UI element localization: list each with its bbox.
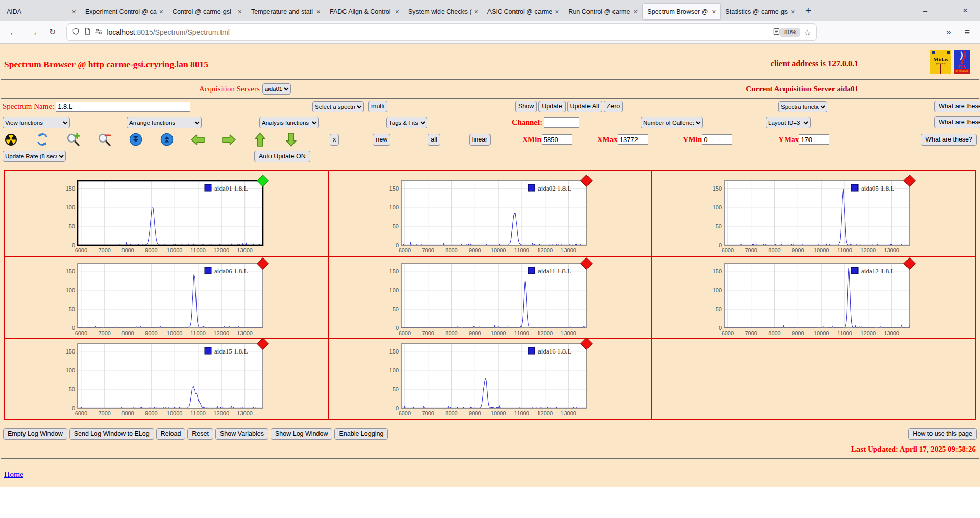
close-icon[interactable]: × [963, 6, 968, 15]
scroll-down-icon[interactable] [129, 133, 142, 147]
browser-tab[interactable]: Spectrum Browser @ × [642, 3, 721, 20]
radiation-icon[interactable] [4, 133, 18, 147]
reload-icon[interactable]: ↻ [49, 28, 56, 37]
auto-update-button[interactable]: Auto Update ON [254, 151, 310, 162]
refresh-icon[interactable] [35, 133, 49, 147]
log-button-5[interactable]: Show Log Window [271, 428, 333, 440]
reader-icon[interactable] [773, 28, 780, 37]
shield-icon[interactable] [72, 28, 80, 37]
tab-close-icon[interactable]: × [712, 8, 716, 15]
tab-close-icon[interactable]: × [316, 8, 321, 15]
spectrum-plot-aida12[interactable]: 6000700080009000100001100012000130000501… [701, 261, 916, 337]
bookmark-star-icon[interactable]: ☆ [804, 28, 811, 37]
minimize-icon[interactable]: – [923, 7, 927, 14]
log-button-3[interactable]: Reset [187, 428, 213, 440]
spectrum-plot-aida06[interactable]: 6000700080009000100001100012000130000501… [55, 261, 269, 337]
log-button-0[interactable]: Empty Log Window [3, 428, 67, 440]
tab-close-icon[interactable]: × [633, 8, 638, 15]
acquisition-server-select[interactable]: aida01 [262, 83, 291, 95]
what-are-these-button-2[interactable]: What are these? [934, 116, 980, 128]
gallery-cell-aida02[interactable]: 6000700080009000100001100012000130000501… [329, 171, 652, 257]
browser-tab[interactable]: AIDA × [2, 3, 81, 20]
gallery-cell-aida15[interactable]: 6000700080009000100001100012000130000501… [5, 339, 329, 419]
update-all-button[interactable]: Update All [567, 101, 602, 112]
zero-button[interactable]: Zero [604, 101, 623, 112]
x-button[interactable]: x [330, 134, 339, 146]
ymin-input[interactable] [702, 134, 732, 145]
browser-tab[interactable]: Control @ carme-gsi × [168, 3, 247, 20]
spectrum-plot-aida05[interactable]: 6000700080009000100001100012000130000501… [701, 178, 916, 254]
how-to-use-button[interactable]: How to use this page [908, 428, 977, 440]
what-are-these-button-1[interactable]: What are these? [934, 101, 980, 112]
zoom-badge[interactable]: 80% [780, 28, 800, 37]
zoom-in-icon[interactable] [66, 133, 80, 147]
tab-close-icon[interactable]: × [555, 8, 559, 15]
scroll-up-icon[interactable] [160, 133, 174, 147]
gallery-cell-aida01[interactable]: 6000700080009000100001100012000130000501… [5, 171, 329, 257]
browser-tab[interactable]: Experiment Control @ ca × [81, 3, 168, 20]
tab-close-icon[interactable]: × [474, 8, 478, 15]
browser-tab[interactable]: ASIC Control @ carme × [483, 3, 564, 20]
overflow-icon[interactable]: » [946, 28, 951, 37]
show-button[interactable]: Show [515, 101, 537, 112]
gallery-cell-aida16[interactable]: 6000700080009000100001100012000130000501… [329, 339, 652, 419]
view-functions-select[interactable]: View functions [3, 117, 70, 128]
browser-tab[interactable]: Temperature and stati × [247, 3, 325, 20]
gallery-cell-aida12[interactable]: 6000700080009000100001100012000130000501… [652, 257, 975, 339]
spectrum-plot-aida16[interactable]: 6000700080009000100001100012000130000501… [378, 341, 593, 417]
update-rate-select[interactable]: Update Rate (8 secs) [3, 151, 66, 162]
menu-icon[interactable]: ≡ [964, 28, 970, 37]
gallery-cell-aida05[interactable]: 6000700080009000100001100012000130000501… [652, 171, 975, 257]
arrow-up-icon[interactable] [253, 133, 267, 147]
browser-tab[interactable]: Statistics @ carme-gs × [721, 3, 799, 20]
gallery-cell-aida06[interactable]: 6000700080009000100001100012000130000501… [5, 257, 329, 339]
spectrum-plot-aida02[interactable]: 6000700080009000100001100012000130000501… [378, 178, 593, 254]
update-button[interactable]: Update [538, 101, 565, 112]
maximize-icon[interactable] [943, 7, 947, 15]
tab-close-icon[interactable]: × [791, 8, 795, 15]
spectra-functions-select[interactable]: Spectra functions [778, 101, 827, 112]
what-are-these-button-3[interactable]: What are these? [921, 134, 977, 146]
arrange-functions-select[interactable]: Arrange functions [127, 117, 202, 128]
new-button[interactable]: new [373, 134, 390, 146]
spectrum-name-input[interactable] [56, 102, 190, 112]
spectrum-plot-aida01[interactable]: 6000700080009000100001100012000130000501… [55, 178, 269, 254]
log-button-2[interactable]: Reload [156, 428, 186, 440]
spectrum-plot-aida11[interactable]: 6000700080009000100001100012000130000501… [378, 261, 593, 337]
analysis-functions-select[interactable]: Analysis functions [259, 117, 319, 128]
tab-close-icon[interactable]: × [159, 8, 163, 15]
browser-tab[interactable]: Run Control @ carme × [564, 3, 642, 20]
tab-close-icon[interactable]: × [395, 8, 399, 15]
xmax-input[interactable] [618, 134, 648, 145]
url-bar[interactable]: localhost:8015/Spectrum/Spectrum.tml 80%… [67, 24, 816, 40]
back-icon[interactable]: ← [9, 28, 18, 37]
zoom-out-icon[interactable] [97, 133, 111, 147]
multi-button[interactable]: multi [368, 101, 387, 112]
tab-close-icon[interactable]: × [72, 8, 76, 15]
linear-button[interactable]: linear [469, 134, 491, 146]
channel-input[interactable] [544, 117, 579, 128]
browser-tab[interactable]: System wide Checks ( × [404, 3, 483, 20]
log-button-4[interactable]: Show Variables [215, 428, 268, 440]
page-icon[interactable] [84, 28, 91, 37]
log-button-6[interactable]: Enable Logging [334, 428, 388, 440]
number-of-galleries-select[interactable]: Number of Galleries [641, 117, 703, 128]
layout-id-select[interactable]: Layout ID=3 [766, 117, 811, 128]
home-link[interactable]: Home [4, 469, 23, 479]
arrow-down-icon[interactable] [284, 133, 298, 147]
spectrum-plot-aida15[interactable]: 6000700080009000100001100012000130000501… [55, 341, 269, 417]
tab-close-icon[interactable]: × [238, 8, 242, 15]
forward-icon[interactable]: → [29, 28, 38, 37]
new-tab-button[interactable]: + [799, 5, 817, 16]
browser-tab[interactable]: FADC Align & Control × [325, 3, 404, 20]
all-button[interactable]: all [428, 134, 440, 146]
ymax-input[interactable] [799, 134, 829, 145]
permissions-icon[interactable] [95, 28, 103, 37]
tags-fits-select[interactable]: Tags & Fits [386, 117, 427, 128]
arrow-right-icon[interactable] [222, 133, 236, 147]
log-button-1[interactable]: Send Log Window to ELog [69, 428, 154, 440]
arrow-left-icon[interactable] [191, 133, 205, 147]
select-a-spectrum[interactable]: Select a spectrum [312, 101, 364, 112]
url-text[interactable]: localhost:8015/Spectrum/Spectrum.tml [107, 28, 773, 36]
xmin-input[interactable] [542, 134, 572, 145]
